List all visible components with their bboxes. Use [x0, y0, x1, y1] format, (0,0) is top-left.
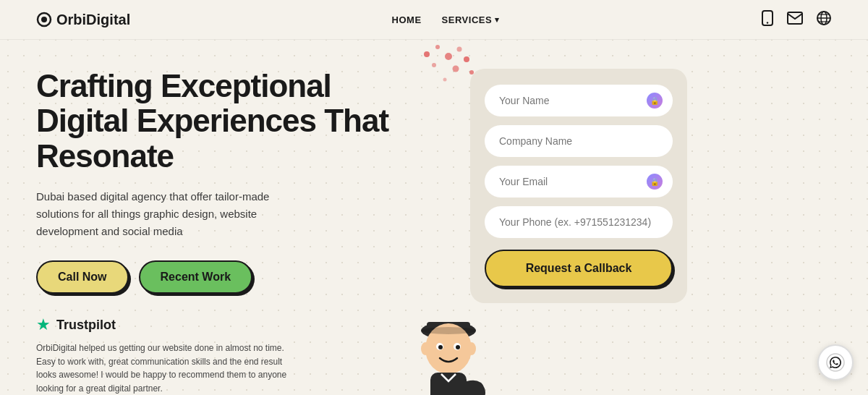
trustpilot-section: ★ Trustpilot OrbiDigital helped us getti… [36, 315, 441, 395]
left-column: Crafting Exceptional Digital Experiences… [36, 69, 441, 395]
svg-point-27 [467, 342, 476, 355]
nav-icons [761, 10, 832, 29]
cta-buttons: Call Now Recent Work [36, 260, 441, 294]
trustpilot-brand: Trustpilot [56, 318, 116, 333]
phone-input[interactable] [485, 206, 673, 238]
right-column: 🔒 🔒 Request a Callback [470, 69, 687, 395]
whatsapp-icon [826, 353, 845, 372]
main-content: Crafting Exceptional Digital Experiences… [0, 40, 868, 395]
trustpilot-star-icon: ★ [36, 315, 51, 334]
email-lock-icon: 🔒 [647, 174, 663, 190]
email-input-wrapper: 🔒 [485, 166, 673, 198]
recent-work-button[interactable]: Recent Work [139, 260, 253, 294]
svg-point-26 [421, 342, 430, 355]
globe-icon[interactable] [816, 10, 832, 29]
contact-form: 🔒 🔒 Request a Callback [470, 69, 687, 303]
call-now-button[interactable]: Call Now [36, 260, 129, 294]
svg-point-1 [41, 17, 47, 22]
company-input-wrapper [485, 125, 673, 157]
character-illustration [405, 294, 492, 395]
callback-button[interactable]: Request a Callback [485, 250, 673, 287]
svg-point-3 [767, 22, 768, 23]
nav-services[interactable]: SERVICES ▾ [442, 14, 500, 25]
svg-rect-28 [430, 373, 467, 395]
svg-point-25 [456, 345, 460, 349]
mobile-icon[interactable] [761, 10, 774, 29]
trustpilot-logo: ★ Trustpilot [36, 315, 441, 334]
hero-title: Crafting Exceptional Digital Experiences… [36, 69, 441, 174]
chevron-down-icon: ▾ [495, 15, 500, 25]
hero-subtitle: Dubai based digital agency that offer ta… [36, 188, 311, 240]
logo-icon [36, 12, 52, 27]
nav-home[interactable]: HOME [392, 14, 422, 25]
navbar: OrbiDigital HOME SERVICES ▾ [0, 0, 868, 40]
name-input-wrapper: 🔒 [485, 85, 673, 116]
email-icon[interactable] [787, 12, 803, 27]
svg-point-24 [438, 345, 443, 349]
email-input[interactable] [485, 166, 673, 198]
phone-input-wrapper [485, 206, 673, 238]
whatsapp-button[interactable] [817, 344, 854, 381]
svg-point-34 [421, 327, 476, 334]
nav-links: HOME SERVICES ▾ [392, 14, 500, 25]
company-input[interactable] [485, 125, 673, 157]
logo[interactable]: OrbiDigital [36, 12, 130, 28]
logo-text: OrbiDigital [56, 12, 130, 28]
svg-point-35 [827, 354, 844, 371]
trustpilot-review-text: OrbiDigital helped us getting our websit… [36, 341, 304, 395]
name-input[interactable] [485, 85, 673, 116]
name-lock-icon: 🔒 [647, 93, 663, 109]
